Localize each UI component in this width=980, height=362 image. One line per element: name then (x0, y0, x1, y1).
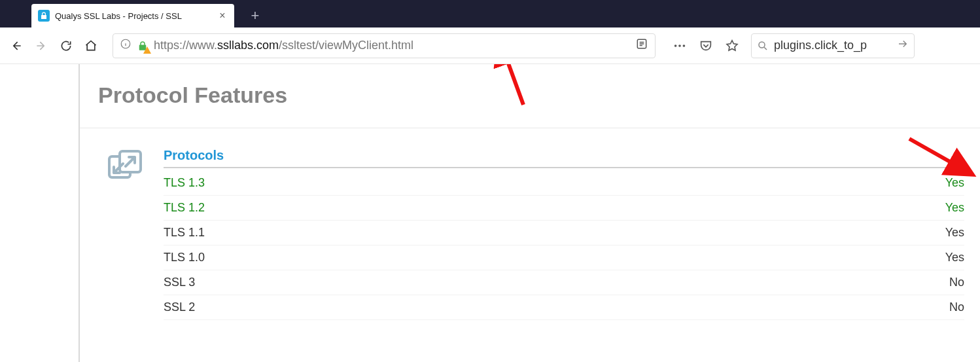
protocol-value: No (949, 276, 964, 289)
pocket-icon[interactable] (695, 35, 717, 57)
protocol-value: Yes (945, 251, 964, 264)
protocol-row: SSL 3No (164, 270, 964, 295)
protocol-name: SSL 3 (164, 276, 195, 289)
reload-button[interactable] (55, 35, 77, 57)
protocol-value: Yes (945, 176, 964, 190)
protocols-section-title: Protocols (164, 148, 964, 168)
url-path: /ssltest/viewMyClient.html (279, 39, 413, 52)
lock-warning-icon[interactable] (137, 40, 149, 52)
protocols-table: Protocols TLS 1.3YesTLS 1.2YesTLS 1.1Yes… (164, 148, 964, 320)
protocol-value: Yes (945, 226, 964, 240)
protocols-block: Protocols TLS 1.3YesTLS 1.2YesTLS 1.1Yes… (80, 128, 980, 320)
protocol-row: TLS 1.1Yes (164, 221, 964, 245)
forward-button[interactable] (30, 35, 52, 57)
lock-favicon-icon (38, 10, 50, 22)
site-info-icon[interactable] (120, 38, 131, 53)
back-button[interactable] (5, 35, 27, 57)
protocol-row: TLS 1.2Yes (164, 196, 964, 221)
url-text: https://www.ssllabs.com/ssltest/viewMyCl… (154, 39, 630, 52)
svg-point-10 (759, 42, 765, 48)
protocol-row: TLS 1.0Yes (164, 245, 964, 270)
protocol-row: SSL 2No (164, 295, 964, 320)
tab-close-icon[interactable]: × (217, 10, 228, 21)
search-icon (757, 40, 769, 52)
page-heading: Protocol Features (80, 71, 980, 128)
reader-mode-icon[interactable] (635, 37, 648, 54)
search-go-icon[interactable] (897, 38, 909, 53)
protocol-name: TLS 1.1 (164, 226, 205, 240)
url-domain: ssllabs.com (217, 39, 279, 52)
new-tab-button[interactable]: + (243, 4, 267, 27)
content-area: Protocol Features Protocols TLS 1.3YesTL… (79, 64, 980, 362)
bookmark-star-icon[interactable] (721, 35, 743, 57)
tab-strip: Qualys SSL Labs - Projects / SSL × + (0, 0, 980, 27)
protocol-name: SSL 2 (164, 300, 195, 314)
svg-line-11 (764, 47, 767, 50)
svg-point-8 (678, 45, 681, 47)
left-rail (0, 64, 24, 362)
svg-point-9 (683, 45, 686, 47)
protocol-name: TLS 1.2 (164, 201, 205, 215)
toolbar-icons (669, 35, 743, 57)
protocol-value: No (949, 300, 964, 314)
protocol-name: TLS 1.3 (164, 176, 205, 190)
protocol-name: TLS 1.0 (164, 251, 205, 264)
protocol-value: Yes (945, 201, 964, 215)
search-box[interactable]: plugins.click_to_p (751, 33, 915, 58)
protocol-row: TLS 1.3Yes (164, 171, 964, 196)
search-text: plugins.click_to_p (774, 39, 867, 52)
expand-icon[interactable] (106, 148, 144, 186)
svg-point-7 (674, 45, 677, 47)
page-actions-icon[interactable] (669, 35, 691, 57)
toolbar: https://www.ssllabs.com/ssltest/viewMyCl… (0, 27, 980, 64)
page-viewport: Protocol Features Protocols TLS 1.3YesTL… (0, 64, 980, 362)
home-button[interactable] (80, 35, 102, 57)
url-scheme: https://www. (154, 39, 217, 52)
tab-title: Qualys SSL Labs - Projects / SSL (55, 11, 213, 21)
browser-tab[interactable]: Qualys SSL Labs - Projects / SSL × (31, 4, 234, 27)
address-bar[interactable]: https://www.ssllabs.com/ssltest/viewMyCl… (113, 33, 656, 58)
